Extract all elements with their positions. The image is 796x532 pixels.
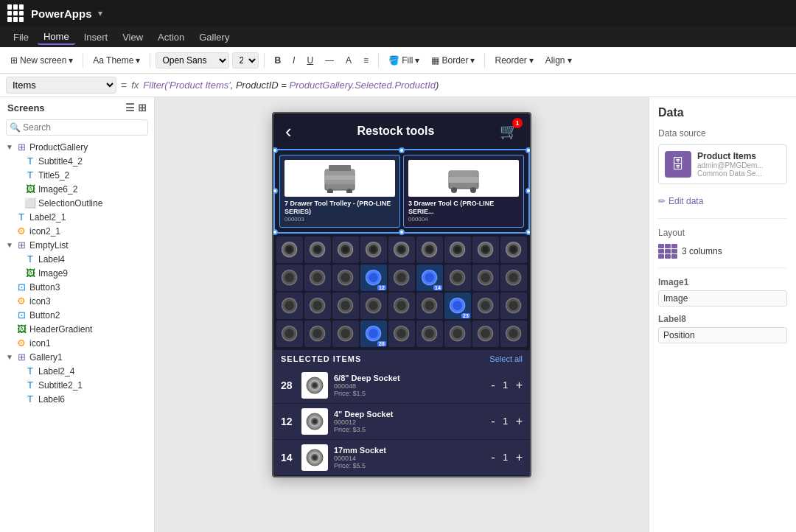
socket-item[interactable] bbox=[304, 293, 331, 319]
item-decrease-3[interactable]: - bbox=[491, 452, 495, 463]
grid-view-icon[interactable]: ⊞ bbox=[138, 102, 147, 113]
handle-lc[interactable] bbox=[272, 188, 278, 194]
socket-item[interactable] bbox=[276, 321, 303, 347]
menu-view[interactable]: View bbox=[116, 30, 149, 44]
socket-item[interactable] bbox=[332, 321, 359, 347]
product-gallery[interactable]: 7 Drawer Tool Trolley - (PRO-LINE SERIES… bbox=[273, 149, 530, 234]
tree-item-subtitle4-2[interactable]: T Subtitle4_2 bbox=[0, 154, 154, 168]
align-props-button[interactable]: Align ▾ bbox=[541, 54, 576, 67]
socket-item[interactable] bbox=[304, 321, 331, 347]
tree-item-emptylist[interactable]: ▼ ⊞ EmptyList bbox=[0, 238, 154, 252]
tree-item-headergradient[interactable]: 🖼 HeaderGradient bbox=[0, 322, 154, 336]
socket-item[interactable] bbox=[472, 265, 499, 291]
strikethrough-button[interactable]: — bbox=[321, 54, 338, 67]
socket-item[interactable] bbox=[500, 321, 527, 347]
socket-item[interactable] bbox=[444, 321, 471, 347]
handle-tr[interactable] bbox=[526, 147, 531, 153]
items-select[interactable]: Items bbox=[6, 77, 116, 94]
socket-item[interactable] bbox=[472, 293, 499, 319]
socket-item[interactable] bbox=[360, 293, 387, 319]
tree-item-label4[interactable]: T Label4 bbox=[0, 252, 154, 266]
socket-item[interactable] bbox=[416, 321, 443, 347]
menu-home[interactable]: Home bbox=[38, 29, 75, 45]
socket-item[interactable] bbox=[276, 293, 303, 319]
border-button[interactable]: ▦ Border ▾ bbox=[427, 54, 479, 67]
handle-tl[interactable] bbox=[272, 147, 278, 153]
socket-item[interactable] bbox=[332, 237, 359, 263]
menu-action[interactable]: Action bbox=[152, 30, 190, 44]
handle-tc[interactable] bbox=[399, 147, 405, 153]
back-button[interactable]: ‹ bbox=[285, 120, 292, 143]
italic-button[interactable]: I bbox=[288, 54, 299, 67]
cart-button[interactable]: 🛒 1 bbox=[500, 122, 518, 140]
text-color-button[interactable]: A bbox=[341, 54, 356, 67]
socket-item[interactable] bbox=[304, 237, 331, 263]
tree-item-icon3[interactable]: ⚙ icon3 bbox=[0, 294, 154, 308]
socket-item[interactable] bbox=[388, 293, 415, 319]
socket-item[interactable] bbox=[472, 321, 499, 347]
item-decrease-2[interactable]: - bbox=[491, 416, 495, 427]
tree-item-button2[interactable]: ⊡ Button2 bbox=[0, 308, 154, 322]
select-all-button[interactable]: Select all bbox=[489, 354, 523, 363]
formula-input[interactable]: Filter('Product Items', ProductID = Prod… bbox=[143, 80, 790, 91]
item-increase-2[interactable]: + bbox=[516, 416, 523, 427]
socket-item-28[interactable]: 28 bbox=[360, 321, 387, 347]
tree-item-title5-2[interactable]: T Title5_2 bbox=[0, 168, 154, 182]
socket-item-23[interactable]: 23 bbox=[444, 293, 471, 319]
search-input[interactable] bbox=[6, 119, 148, 136]
tree-item-icon2-1[interactable]: ⚙ icon2_1 bbox=[0, 224, 154, 238]
socket-item[interactable] bbox=[304, 265, 331, 291]
item-increase-1[interactable]: + bbox=[516, 379, 523, 391]
list-view-icon[interactable]: ☰ bbox=[125, 102, 135, 113]
tree-item-selection-outline[interactable]: ⬜ SelectionOutline bbox=[0, 196, 154, 210]
edit-data-button[interactable]: ✏ Edit data bbox=[658, 193, 787, 209]
theme-button[interactable]: Aa Theme ▾ bbox=[88, 54, 144, 67]
item-decrease-1[interactable]: - bbox=[491, 379, 495, 391]
socket-item[interactable] bbox=[388, 265, 415, 291]
layout-grid-icon[interactable] bbox=[658, 244, 677, 259]
item-increase-3[interactable]: + bbox=[516, 452, 523, 463]
tree-item-icon1[interactable]: ⚙ icon1 bbox=[0, 336, 154, 350]
socket-item[interactable] bbox=[360, 237, 387, 263]
tree-item-label6[interactable]: T Label6 bbox=[0, 392, 154, 406]
socket-item-14[interactable]: 14 bbox=[416, 265, 443, 291]
socket-item[interactable] bbox=[416, 293, 443, 319]
handle-rc[interactable] bbox=[526, 188, 531, 194]
tree-item-button3[interactable]: ⊡ Button3 bbox=[0, 280, 154, 294]
tree-item-label2-1[interactable]: T Label2_1 bbox=[0, 210, 154, 224]
font-size-select[interactable]: 24 bbox=[232, 52, 259, 69]
new-screen-button[interactable]: ⊞ New screen ▾ bbox=[6, 54, 77, 67]
bold-button[interactable]: B bbox=[270, 54, 285, 67]
tree-item-subtitle2-1[interactable]: T Subtitle2_1 bbox=[0, 378, 154, 392]
socket-item[interactable] bbox=[388, 321, 415, 347]
data-source-card[interactable]: 🗄 Product Items admin@PMGDem... Common D… bbox=[658, 144, 787, 184]
socket-item[interactable] bbox=[276, 237, 303, 263]
font-select[interactable]: Open Sans bbox=[156, 52, 229, 69]
tree-item-product-gallery[interactable]: ▼ ⊞ ProductGallery bbox=[0, 140, 154, 154]
socket-item[interactable] bbox=[388, 237, 415, 263]
socket-item-12[interactable]: 12 bbox=[360, 265, 387, 291]
tree-item-gallery1[interactable]: ▼ ⊞ Gallery1 bbox=[0, 350, 154, 364]
socket-item[interactable] bbox=[332, 293, 359, 319]
socket-item[interactable] bbox=[500, 265, 527, 291]
socket-item[interactable] bbox=[472, 237, 499, 263]
product-card-2[interactable]: 3 Drawer Tool C (PRO-LINE SERIE... 00000… bbox=[403, 155, 524, 228]
tree-item-image9[interactable]: 🖼 Image9 bbox=[0, 266, 154, 280]
underline-button[interactable]: U bbox=[302, 54, 318, 67]
app-chevron[interactable]: ▾ bbox=[98, 8, 102, 18]
menu-file[interactable]: File bbox=[7, 30, 35, 44]
menu-insert[interactable]: Insert bbox=[78, 30, 114, 44]
menu-gallery[interactable]: Gallery bbox=[193, 30, 235, 44]
align-button[interactable]: ≡ bbox=[359, 54, 373, 67]
socket-item[interactable] bbox=[500, 237, 527, 263]
socket-item[interactable] bbox=[276, 265, 303, 291]
product-card-1[interactable]: 7 Drawer Tool Trolley - (PRO-LINE SERIES… bbox=[279, 155, 400, 228]
waffle-icon[interactable] bbox=[7, 4, 25, 22]
socket-item[interactable] bbox=[416, 237, 443, 263]
reorder-button[interactable]: Reorder ▾ bbox=[490, 54, 537, 67]
fill-button[interactable]: 🪣 Fill ▾ bbox=[384, 54, 424, 67]
tree-item-label2-4[interactable]: T Label2_4 bbox=[0, 364, 154, 378]
socket-item[interactable] bbox=[500, 293, 527, 319]
tree-item-image6-2[interactable]: 🖼 Image6_2 bbox=[0, 182, 154, 196]
socket-item[interactable] bbox=[332, 265, 359, 291]
